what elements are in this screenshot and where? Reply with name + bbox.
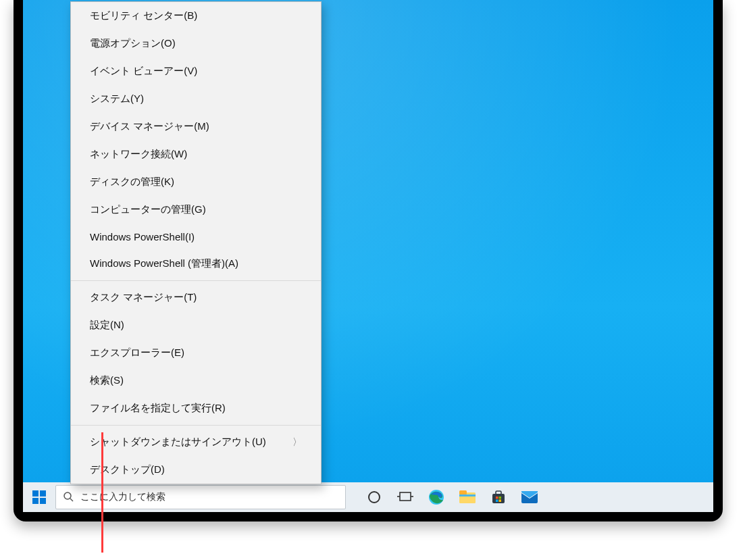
menu-item-label: Windows PowerShell(I) (90, 231, 195, 243)
svg-rect-7 (400, 492, 411, 501)
menu-item[interactable]: ファイル名を指定して実行(R) (71, 394, 321, 422)
svg-rect-14 (492, 494, 505, 503)
menu-item[interactable]: 電源オプション(O) (71, 30, 321, 57)
svg-line-5 (70, 499, 73, 501)
device-frame: ここに入力して検索 (14, 0, 723, 521)
store-icon[interactable] (489, 488, 508, 507)
menu-item[interactable]: タスク マネージャー(T) (71, 284, 321, 311)
menu-item-label: シャットダウンまたはサインアウト(U) (90, 436, 266, 449)
windows-logo-icon (32, 490, 46, 504)
taskbar-search[interactable]: ここに入力して検索 (55, 485, 346, 509)
menu-item[interactable]: イベント ビューアー(V) (71, 57, 321, 85)
menu-item[interactable]: Windows PowerShell(I) (71, 224, 321, 250)
svg-rect-15 (496, 491, 501, 494)
menu-item-label: システム(Y) (90, 93, 144, 105)
search-placeholder: ここに入力して検索 (80, 491, 165, 503)
task-view-icon[interactable] (396, 488, 415, 507)
svg-rect-16 (496, 497, 498, 499)
menu-item-label: デバイス マネージャー(M) (90, 120, 209, 133)
svg-point-6 (369, 492, 380, 503)
svg-point-4 (64, 492, 71, 499)
file-explorer-icon[interactable] (458, 488, 477, 507)
edge-icon[interactable] (427, 488, 446, 507)
chevron-right-icon: 〉 (292, 436, 302, 449)
menu-item-label: イベント ビューアー(V) (90, 65, 197, 78)
cortana-icon[interactable] (365, 488, 384, 507)
menu-item-label: タスク マネージャー(T) (90, 291, 197, 304)
menu-item[interactable]: ネットワーク接続(W) (71, 141, 321, 168)
menu-item[interactable]: 設定(N) (71, 311, 321, 339)
search-icon (63, 491, 74, 504)
menu-item[interactable]: デスクトップ(D) (71, 456, 321, 484)
menu-item-label: コンピューターの管理(G) (90, 203, 206, 216)
menu-item-label: ファイル名を指定して実行(R) (90, 402, 226, 415)
menu-item-label: 設定(N) (90, 319, 124, 332)
svg-rect-18 (496, 500, 498, 503)
svg-rect-13 (459, 494, 476, 497)
menu-item[interactable]: Windows PowerShell (管理者)(A) (71, 250, 321, 278)
menu-separator (71, 280, 321, 281)
menu-item-label: 電源オプション(O) (90, 37, 176, 50)
menu-item-label: Windows PowerShell (管理者)(A) (90, 257, 238, 270)
svg-rect-0 (32, 490, 39, 497)
menu-item[interactable]: 検索(S) (71, 367, 321, 394)
menu-item[interactable]: シャットダウンまたはサインアウト(U)〉 (71, 428, 321, 456)
svg-rect-3 (40, 498, 46, 504)
menu-item[interactable]: ディスクの管理(K) (71, 168, 321, 196)
taskbar: ここに入力して検索 (23, 482, 713, 512)
menu-item-label: 検索(S) (90, 374, 124, 387)
menu-separator (71, 425, 321, 426)
power-user-menu: モビリティ センター(B)電源オプション(O)イベント ビューアー(V)システム… (70, 1, 322, 484)
menu-item[interactable]: エクスプローラー(E) (71, 339, 321, 367)
annotation-pointer (101, 432, 103, 553)
svg-rect-19 (499, 500, 502, 503)
menu-item-label: モビリティ センター(B) (90, 9, 197, 22)
start-button[interactable] (23, 482, 55, 512)
mail-icon[interactable] (520, 488, 539, 507)
menu-item-label: ディスクの管理(K) (90, 176, 174, 188)
menu-item[interactable]: デバイス マネージャー(M) (71, 113, 321, 141)
menu-item[interactable]: システム(Y) (71, 85, 321, 113)
menu-item[interactable]: モビリティ センター(B) (71, 2, 321, 30)
svg-rect-12 (459, 490, 467, 494)
svg-rect-2 (32, 498, 39, 504)
screen: ここに入力して検索 (23, 0, 713, 512)
menu-item-label: ネットワーク接続(W) (90, 148, 187, 161)
svg-rect-1 (40, 490, 46, 497)
menu-item[interactable]: コンピューターの管理(G) (71, 196, 321, 224)
menu-item-label: エクスプローラー(E) (90, 347, 184, 359)
svg-rect-17 (499, 497, 502, 499)
